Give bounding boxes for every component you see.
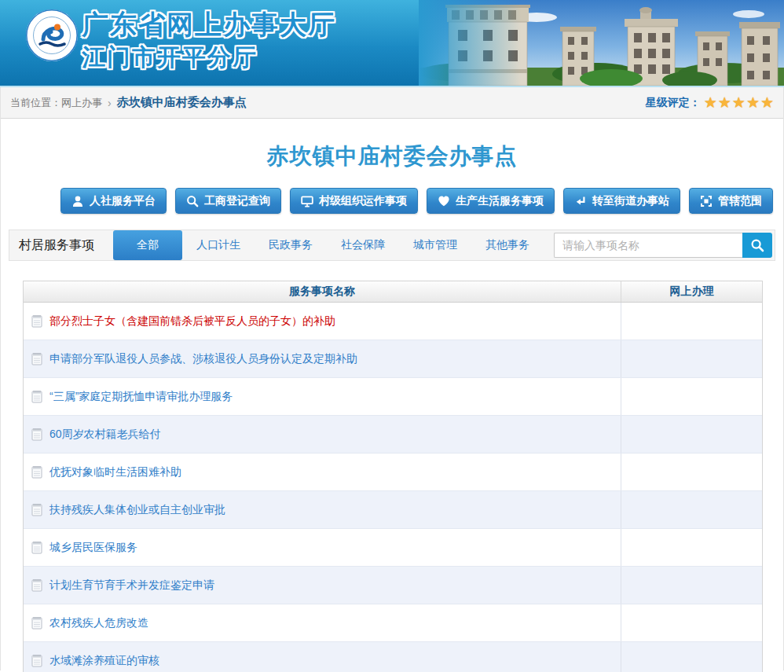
table-row: 农村残疾人危房改造 bbox=[24, 604, 762, 642]
tab-city-management[interactable]: 城市管理 bbox=[399, 230, 471, 260]
service-link[interactable]: 扶持残疾人集体创业或自主创业审批 bbox=[49, 503, 225, 517]
table-row: 水域滩涂养殖证的审核 bbox=[24, 642, 762, 672]
breadcrumb-separator-icon: › bbox=[108, 97, 112, 109]
service-link[interactable]: 部分烈士子女（含建国前错杀后被平反人员的子女）的补助 bbox=[49, 314, 335, 329]
scope-icon bbox=[700, 195, 713, 207]
table-row: “三属”家庭定期抚恤申请审批办理服务 bbox=[24, 378, 762, 416]
tab-all[interactable]: 全部 bbox=[113, 230, 182, 260]
tab-population-family-planning[interactable]: 人口计生 bbox=[182, 230, 255, 260]
service-link[interactable]: 计划生育节育手术并发症鉴定申请 bbox=[49, 578, 214, 593]
monitor-icon bbox=[301, 195, 313, 207]
hr-social-platform-button[interactable]: 人社服务平台 bbox=[60, 188, 167, 214]
online-handle-cell bbox=[621, 604, 762, 641]
document-icon bbox=[31, 616, 42, 630]
document-icon bbox=[31, 428, 42, 441]
service-link[interactable]: 优抚对象临时生活困难补助 bbox=[49, 465, 181, 479]
page-title: 赤坎镇中庙村委会办事点 bbox=[1, 141, 783, 167]
service-name-cell: 城乡居民医保服务 bbox=[24, 529, 621, 566]
service-name-cell: 部分烈士子女（含建国前错杀后被平反人员的子女）的补助 bbox=[24, 303, 621, 340]
table-row: 优抚对象临时生活困难补助 bbox=[24, 454, 762, 491]
star-icon: ★ bbox=[718, 95, 731, 110]
online-handle-cell bbox=[621, 454, 762, 490]
service-link[interactable]: 农村残疾人危房改造 bbox=[49, 616, 148, 630]
diaolou-towers-photo bbox=[419, 0, 784, 86]
service-link[interactable]: 城乡居民医保服务 bbox=[49, 541, 137, 555]
search-icon bbox=[750, 238, 764, 252]
service-link[interactable]: “三属”家庭定期抚恤申请审批办理服务 bbox=[49, 390, 233, 404]
document-icon bbox=[31, 503, 42, 516]
heart-icon bbox=[438, 195, 450, 207]
search-input[interactable] bbox=[554, 233, 742, 258]
star-rating-box: 星级评定： ★★★★★ bbox=[646, 95, 774, 110]
service-name-cell: 计划生育节育手术并发症鉴定申请 bbox=[24, 567, 621, 604]
star-rating: ★★★★★ bbox=[703, 95, 774, 110]
star-icon: ★ bbox=[732, 95, 746, 110]
site-title-line2: 江门市开平分厅 bbox=[82, 42, 336, 72]
service-table-body: 部分烈士子女（含建国前错杀后被平反人员的子女）的补助 申请部分军队退役人员参战、… bbox=[24, 303, 762, 672]
online-handle-cell bbox=[621, 642, 762, 672]
jurisdiction-scope-button[interactable]: 管辖范围 bbox=[689, 188, 773, 214]
breadcrumb-prefix: 当前位置： bbox=[10, 96, 61, 110]
document-icon bbox=[31, 654, 42, 667]
service-table-header: 服务事项名称 网上办理 bbox=[24, 281, 762, 303]
service-name-cell: 60周岁农村籍老兵给付 bbox=[24, 416, 621, 453]
document-icon bbox=[31, 352, 42, 365]
document-icon bbox=[31, 390, 42, 403]
service-table: 服务事项名称 网上办理 部分烈士子女（含建国前错杀后被平反人员的子女）的补助 申… bbox=[23, 281, 763, 672]
column-header-service-name: 服务事项名称 bbox=[24, 281, 621, 302]
life-services-items-button[interactable]: 生产生活服务事项 bbox=[427, 188, 555, 214]
site-title-line1: 广东省网上办事大厅 bbox=[82, 8, 336, 42]
table-row: 60周岁农村籍老兵给付 bbox=[24, 416, 762, 454]
go-to-street-office-button[interactable]: 转至街道办事站 bbox=[563, 188, 680, 214]
breadcrumb-link-online-services[interactable]: 网上办事 bbox=[61, 96, 102, 110]
quick-button-label: 转至街道办事站 bbox=[592, 194, 669, 208]
service-name-cell: 优抚对象临时生活困难补助 bbox=[24, 454, 621, 490]
search-button[interactable] bbox=[742, 233, 772, 258]
tab-civil-affairs[interactable]: 民政事务 bbox=[255, 230, 327, 260]
service-link[interactable]: 水域滩涂养殖证的审核 bbox=[49, 654, 159, 668]
quick-button-label: 工商登记查询 bbox=[204, 194, 270, 208]
business-registration-query-button[interactable]: 工商登记查询 bbox=[175, 188, 281, 214]
search-box bbox=[554, 233, 772, 258]
quick-button-label: 生产生活服务事项 bbox=[456, 194, 544, 208]
service-name-cell: 水域滩涂养殖证的审核 bbox=[24, 642, 621, 672]
return-arrow-icon bbox=[574, 195, 587, 207]
column-header-online-handle: 网上办理 bbox=[621, 281, 762, 302]
filter-bar: 村居服务事项 全部 人口计生 民政事务 社会保障 城市管理 其他事务 bbox=[9, 230, 775, 261]
village-organization-items-button[interactable]: 村级组织运作事项 bbox=[290, 188, 418, 214]
star-icon: ★ bbox=[704, 95, 717, 110]
service-name-cell: 申请部分军队退役人员参战、涉核退役人员身份认定及定期补助 bbox=[24, 340, 621, 377]
online-handle-cell bbox=[621, 303, 762, 340]
table-row: 扶持残疾人集体创业或自主创业审批 bbox=[24, 491, 762, 529]
document-icon bbox=[31, 541, 42, 554]
gdbs-logo bbox=[25, 9, 79, 62]
online-handle-cell bbox=[621, 378, 762, 415]
quick-button-label: 村级组织运作事项 bbox=[319, 194, 407, 208]
breadcrumb-bar: 当前位置： 网上办事 › 赤坎镇中庙村委会办事点 星级评定： ★★★★★ bbox=[1, 87, 783, 119]
service-link[interactable]: 申请部分军队退役人员参战、涉核退役人员身份认定及定期补助 bbox=[49, 352, 357, 366]
service-name-cell: “三属”家庭定期抚恤申请审批办理服务 bbox=[24, 378, 621, 415]
site-header: 广东省网上办事大厅 江门市开平分厅 bbox=[0, 0, 784, 87]
table-row: 申请部分军队退役人员参战、涉核退役人员身份认定及定期补助 bbox=[24, 340, 762, 378]
document-icon bbox=[31, 314, 42, 328]
service-name-cell: 扶持残疾人集体创业或自主创业审批 bbox=[24, 491, 621, 528]
section-label-village-services: 村居服务事项 bbox=[9, 237, 113, 254]
document-icon bbox=[31, 578, 42, 592]
tab-social-security[interactable]: 社会保障 bbox=[327, 230, 399, 260]
online-handle-cell bbox=[621, 340, 762, 377]
person-icon bbox=[71, 195, 84, 207]
star-icon: ★ bbox=[760, 95, 774, 110]
table-row: 计划生育节育手术并发症鉴定申请 bbox=[24, 567, 762, 604]
category-tabs: 全部 人口计生 民政事务 社会保障 城市管理 其他事务 bbox=[113, 230, 544, 260]
quick-button-label: 人社服务平台 bbox=[90, 194, 156, 208]
service-link[interactable]: 60周岁农村籍老兵给付 bbox=[49, 428, 161, 442]
online-handle-cell bbox=[621, 567, 762, 604]
star-icon: ★ bbox=[746, 95, 760, 110]
quick-buttons-row: 人社服务平台 工商登记查询 村级组织运作事项 生产生活服务事项 转至街道办事站 … bbox=[1, 188, 783, 214]
tab-other-affairs[interactable]: 其他事务 bbox=[471, 230, 544, 260]
quick-button-label: 管辖范围 bbox=[718, 194, 762, 208]
table-row: 部分烈士子女（含建国前错杀后被平反人员的子女）的补助 bbox=[24, 303, 762, 340]
online-handle-cell bbox=[621, 529, 762, 566]
online-handle-cell bbox=[621, 491, 762, 528]
document-icon bbox=[31, 465, 42, 479]
